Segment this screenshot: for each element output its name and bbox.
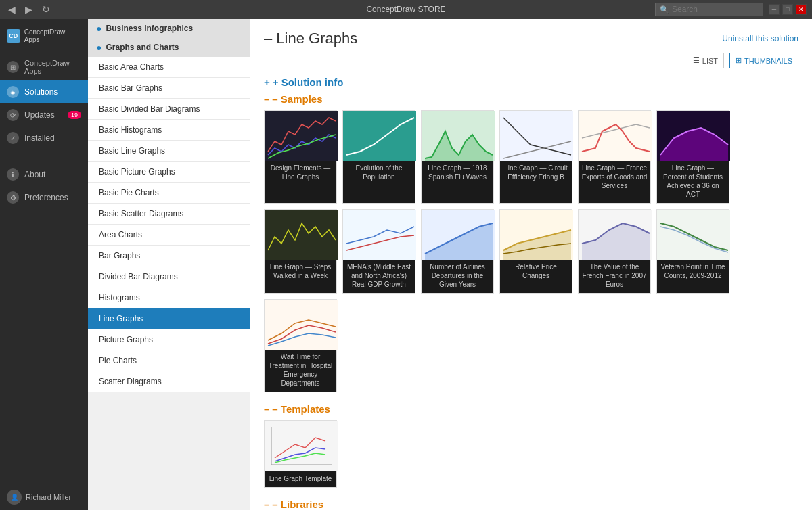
sub-item-basic-area[interactable]: Basic Area Charts [88, 57, 250, 78]
expand-icon-bi: ● [96, 23, 102, 34]
main-content: – Line Graphs Uninstall this solution ☰ … [250, 19, 812, 510]
sample-label-12: Wait Time for Treatment in Hospital Emer… [265, 350, 336, 392]
sub-item-basic-histograms[interactable]: Basic Histograms [88, 120, 250, 141]
sidebar-user: 👤 Richard Miller [0, 484, 88, 510]
sample-card-9[interactable]: Relative Price Changes [499, 209, 572, 294]
sub-item-bar[interactable]: Bar Graphs [88, 246, 250, 266]
sample-card-4[interactable]: Line Graph — France Exports of Goods and… [578, 110, 651, 204]
expand-icon-gc: ● [96, 42, 102, 53]
sample-card-5[interactable]: Line Graph — Percent of Students Achieve… [656, 110, 729, 204]
sub-item-basic-line[interactable]: Basic Line Graphs [88, 141, 250, 162]
templates-header[interactable]: – – Templates [264, 403, 798, 415]
minimize-button[interactable]: ─ [769, 4, 780, 15]
sidebar-logo: CD ConceptDraw Apps [0, 24, 88, 47]
refresh-button[interactable]: ↻ [39, 3, 53, 16]
sample-img-6 [265, 210, 338, 260]
logo-icon: CD [7, 29, 20, 43]
template-img-0 [265, 421, 338, 471]
uninstall-link[interactable]: Uninstall this solution [722, 34, 798, 43]
sample-card-3[interactable]: Line Graph — Circuit Efficiency Erlang B [499, 110, 572, 204]
search-input[interactable] [672, 5, 760, 14]
thumbnails-view-button[interactable]: ⊞ THUMBNAILS [729, 53, 798, 68]
svg-rect-9 [343, 210, 416, 260]
sidebar-item-preferences[interactable]: ⚙ Preferences [0, 186, 88, 209]
sample-card-10[interactable]: The Value of the French Franc in 2007 Eu… [578, 209, 651, 294]
sample-card-6[interactable]: Line Graph — Steps Walked in a Week [264, 209, 337, 294]
sidebar-item-about[interactable]: ℹ About [0, 163, 88, 186]
forward-button[interactable]: ▶ [22, 3, 35, 16]
sidebar-top: CD ConceptDraw Apps [0, 19, 88, 53]
sub-item-divided[interactable]: Divided Bar Diagrams [88, 266, 250, 287]
svg-rect-0 [265, 111, 338, 161]
sidebar-nav: ⊞ ConceptDraw Apps ◈ Solutions ⟳ Updates… [0, 53, 88, 149]
apps-icon: ⊞ [7, 61, 19, 73]
sample-label-11: Veteran Point in Time Counts, 2009-2012 [657, 260, 729, 284]
sample-card-11[interactable]: Veteran Point in Time Counts, 2009-2012 [656, 209, 729, 294]
sample-img-0 [265, 111, 338, 161]
close-button[interactable]: ✕ [796, 4, 807, 15]
sub-item-histograms[interactable]: Histograms [88, 287, 250, 308]
sidebar-bottom: 👤 Richard Miller [0, 484, 88, 510]
sample-img-9 [500, 210, 573, 260]
main-layout: CD ConceptDraw Apps ⊞ ConceptDraw Apps ◈… [0, 19, 812, 510]
sample-card-1[interactable]: Evolution of the Population [342, 110, 415, 204]
solution-info-header[interactable]: + + Solution info [264, 76, 798, 88]
sidebar-item-apps[interactable]: ⊞ ConceptDraw Apps [0, 53, 88, 80]
template-card-0[interactable]: Line Graph Template [264, 420, 337, 488]
user-name: Richard Miller [26, 493, 71, 501]
sample-img-10 [579, 210, 652, 260]
sample-img-11 [657, 210, 730, 260]
sub-item-basic-scatter[interactable]: Basic Scatter Diagrams [88, 204, 250, 225]
sub-item-line[interactable]: Line Graphs [88, 308, 250, 329]
samples-collapse-icon: – [264, 93, 269, 105]
libraries-collapse-icon: – [264, 499, 269, 510]
back-button[interactable]: ◀ [5, 3, 18, 16]
list-label: LIST [702, 57, 718, 65]
sub-item-basic-pie[interactable]: Basic Pie Charts [88, 183, 250, 204]
sample-card-8[interactable]: Number of Airlines Departures in the Giv… [421, 209, 494, 294]
updates-icon: ⟳ [7, 109, 19, 121]
about-icon: ℹ [7, 168, 19, 181]
sidebar-item-updates[interactable]: ⟳ Updates 19 [0, 103, 88, 126]
sub-item-pie[interactable]: Pie Charts [88, 350, 250, 371]
sample-card-2[interactable]: Line Graph — 1918 Spanish Flu Waves [421, 110, 494, 204]
thumbnails-label: THUMBNAILS [744, 57, 792, 65]
sub-item-picture[interactable]: Picture Graphs [88, 329, 250, 350]
sample-card-7[interactable]: MENA's (Middle East and North Africa's) … [342, 209, 415, 294]
sub-item-area[interactable]: Area Charts [88, 225, 250, 246]
sub-item-scatter[interactable]: Scatter Diagrams [88, 371, 250, 392]
sub-item-basic-divided[interactable]: Basic Divided Bar Diagrams [88, 99, 250, 120]
user-avatar: 👤 [7, 490, 22, 505]
section-graphs-charts[interactable]: ● Graphs and Charts [88, 38, 250, 57]
solutions-icon: ◈ [7, 86, 19, 98]
title-bar-left: ◀ ▶ ↻ [5, 3, 53, 16]
template-label-0: Line Graph Template [265, 471, 336, 487]
maximize-button[interactable]: □ [782, 4, 793, 15]
installed-icon: ✓ [7, 132, 19, 144]
sub-item-basic-picture[interactable]: Basic Picture Graphs [88, 162, 250, 183]
samples-header[interactable]: – – Samples [264, 93, 798, 105]
list-icon: ☰ [693, 56, 700, 65]
sample-img-2 [422, 111, 495, 161]
samples-label: – Samples [272, 93, 322, 105]
sidebar-item-installed[interactable]: ✓ Installed [0, 126, 88, 149]
sample-label-8: Number of Airlines Departures in the Giv… [422, 260, 493, 293]
sample-card-12[interactable]: Wait Time for Treatment in Hospital Emer… [264, 299, 337, 392]
sidebar-item-preferences-label: Preferences [24, 193, 68, 202]
sample-card-0[interactable]: Design Elements — Line Graphs [264, 110, 337, 204]
sample-img-7 [343, 210, 416, 260]
samples-grid: Design Elements — Line Graphs Evolution … [264, 110, 798, 392]
search-bar[interactable]: 🔍 [655, 3, 763, 16]
svg-rect-4 [500, 111, 573, 161]
sample-img-12 [265, 300, 338, 350]
list-view-button[interactable]: ☰ LIST [687, 53, 724, 68]
page-title: – Line Graphs [264, 30, 357, 47]
sub-item-basic-bar[interactable]: Basic Bar Graphs [88, 78, 250, 99]
sidebar-item-apps-label: ConceptDraw Apps [24, 59, 81, 75]
libraries-header[interactable]: – – Libraries [264, 499, 798, 510]
main-header: – Line Graphs Uninstall this solution [264, 30, 798, 47]
templates-grid: Line Graph Template [264, 420, 798, 488]
sidebar-item-solutions[interactable]: ◈ Solutions [0, 80, 88, 103]
section-business-infographics[interactable]: ● Business Infographics [88, 19, 250, 38]
templates-collapse-icon: – [264, 403, 269, 415]
